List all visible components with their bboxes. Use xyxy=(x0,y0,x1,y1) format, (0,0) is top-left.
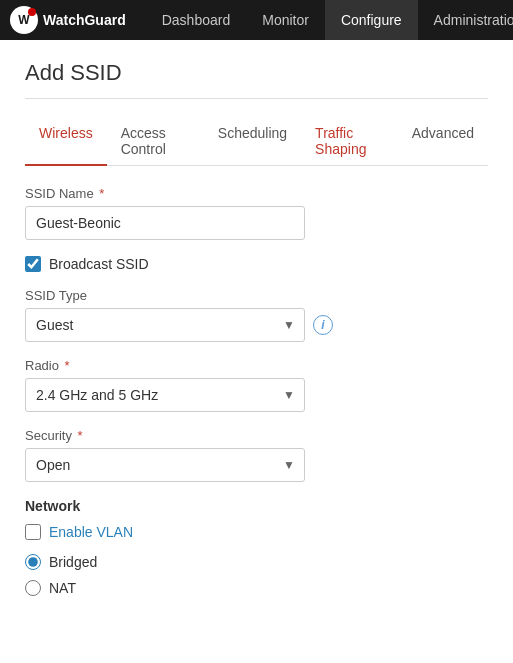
broadcast-ssid-label[interactable]: Broadcast SSID xyxy=(49,256,149,272)
logo-text: WatchGuard xyxy=(43,12,126,28)
enable-vlan-label[interactable]: Enable VLAN xyxy=(49,524,133,540)
nav-administration[interactable]: Administration xyxy=(418,0,513,40)
tab-advanced[interactable]: Advanced xyxy=(398,117,488,165)
nat-row: NAT xyxy=(25,580,488,596)
radio-required: * xyxy=(61,358,70,373)
tab-scheduling[interactable]: Scheduling xyxy=(204,117,301,165)
radio-select[interactable]: 2.4 GHz and 5 GHz 2.4 GHz only 5 GHz onl… xyxy=(25,378,305,412)
nav-dashboard[interactable]: Dashboard xyxy=(146,0,247,40)
broadcast-ssid-row: Broadcast SSID xyxy=(25,256,488,272)
page-title: Add SSID xyxy=(25,60,488,99)
network-section-title: Network xyxy=(25,498,488,514)
bridged-radio[interactable] xyxy=(25,554,41,570)
tab-traffic-shaping[interactable]: Traffic Shaping xyxy=(301,117,398,165)
required-indicator: * xyxy=(96,186,105,201)
ssid-type-info-icon[interactable]: i xyxy=(313,315,333,335)
nat-label[interactable]: NAT xyxy=(49,580,76,596)
nav-items: Dashboard Monitor Configure Administrati… xyxy=(146,0,513,40)
page-body: Add SSID Wireless Access Control Schedul… xyxy=(0,40,513,663)
logo[interactable]: W WatchGuard xyxy=(10,6,126,34)
bridged-row: Bridged xyxy=(25,554,488,570)
radio-label: Radio * xyxy=(25,358,488,373)
tab-access-control[interactable]: Access Control xyxy=(107,117,204,165)
nav-monitor[interactable]: Monitor xyxy=(246,0,325,40)
bridged-label[interactable]: Bridged xyxy=(49,554,97,570)
enable-vlan-row: Enable VLAN xyxy=(25,524,488,540)
broadcast-ssid-checkbox[interactable] xyxy=(25,256,41,272)
enable-vlan-checkbox[interactable] xyxy=(25,524,41,540)
security-required: * xyxy=(74,428,83,443)
nav-configure[interactable]: Configure xyxy=(325,0,418,40)
logo-icon: W xyxy=(10,6,38,34)
ssid-name-label: SSID Name * xyxy=(25,186,488,201)
radio-group: Radio * 2.4 GHz and 5 GHz 2.4 GHz only 5… xyxy=(25,358,488,412)
ssid-name-input[interactable] xyxy=(25,206,305,240)
nat-radio[interactable] xyxy=(25,580,41,596)
tab-wireless[interactable]: Wireless xyxy=(25,117,107,166)
top-navigation: W WatchGuard Dashboard Monitor Configure… xyxy=(0,0,513,40)
tab-bar: Wireless Access Control Scheduling Traff… xyxy=(25,117,488,166)
security-group: Security * Open WPA2 WPA3 ▼ xyxy=(25,428,488,482)
ssid-type-group: SSID Type Guest Corporate ▼ i xyxy=(25,288,488,342)
security-select[interactable]: Open WPA2 WPA3 xyxy=(25,448,305,482)
ssid-name-group: SSID Name * xyxy=(25,186,488,240)
network-group: Network Enable VLAN Bridged NAT xyxy=(25,498,488,596)
security-label: Security * xyxy=(25,428,488,443)
ssid-type-select[interactable]: Guest Corporate xyxy=(25,308,305,342)
ssid-type-label: SSID Type xyxy=(25,288,488,303)
